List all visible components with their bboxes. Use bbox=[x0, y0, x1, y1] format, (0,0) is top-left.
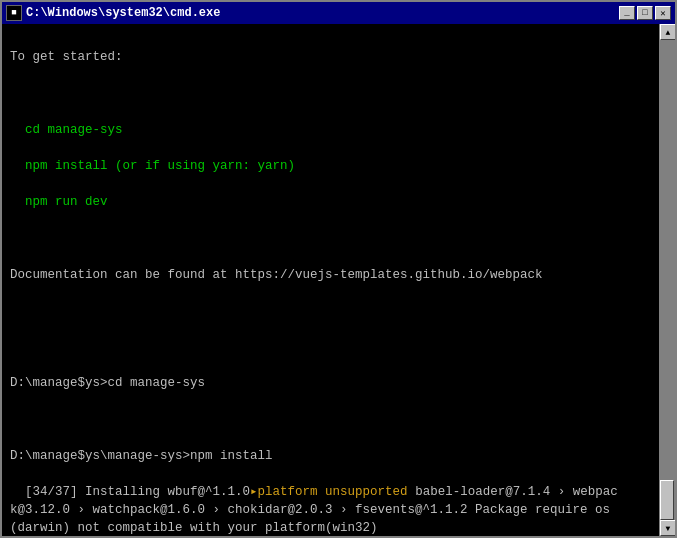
maximize-button[interactable]: □ bbox=[637, 6, 653, 20]
line-13: [34/37] Installing wbuf@^1.1.0▸platform … bbox=[10, 483, 651, 536]
scroll-up-button[interactable]: ▲ bbox=[660, 24, 675, 40]
title-buttons: _ □ ✕ bbox=[619, 6, 671, 20]
line-11 bbox=[10, 411, 651, 429]
window-icon: ■ bbox=[6, 5, 22, 21]
terminal-container: To get started: cd manage-sys npm instal… bbox=[2, 24, 675, 536]
line-5: npm run dev bbox=[10, 193, 651, 211]
scrollbar[interactable]: ▲ ▼ bbox=[659, 24, 675, 536]
line-7: Documentation can be found at https://vu… bbox=[10, 266, 651, 284]
close-button[interactable]: ✕ bbox=[655, 6, 671, 20]
line-8 bbox=[10, 302, 651, 320]
line-3: cd manage-sys bbox=[10, 121, 651, 139]
scroll-thumb[interactable] bbox=[660, 480, 674, 520]
title-bar-left: ■ C:\Windows\system32\cmd.exe bbox=[6, 5, 220, 21]
line-2 bbox=[10, 84, 651, 102]
line-12: D:\manage$ys\manage-sys>npm install bbox=[10, 447, 651, 465]
line-1: To get started: bbox=[10, 48, 651, 66]
window-title: C:\Windows\system32\cmd.exe bbox=[26, 6, 220, 20]
cmd-window: ■ C:\Windows\system32\cmd.exe _ □ ✕ To g… bbox=[0, 0, 677, 538]
minimize-button[interactable]: _ bbox=[619, 6, 635, 20]
scroll-track[interactable] bbox=[660, 40, 675, 520]
line-10: D:\manage$ys>cd manage-sys bbox=[10, 374, 651, 392]
line-9 bbox=[10, 338, 651, 356]
scroll-down-button[interactable]: ▼ bbox=[660, 520, 675, 536]
line-4: npm install (or if using yarn: yarn) bbox=[10, 157, 651, 175]
title-bar: ■ C:\Windows\system32\cmd.exe _ □ ✕ bbox=[2, 2, 675, 24]
line-6 bbox=[10, 229, 651, 247]
terminal-output[interactable]: To get started: cd manage-sys npm instal… bbox=[2, 24, 659, 536]
